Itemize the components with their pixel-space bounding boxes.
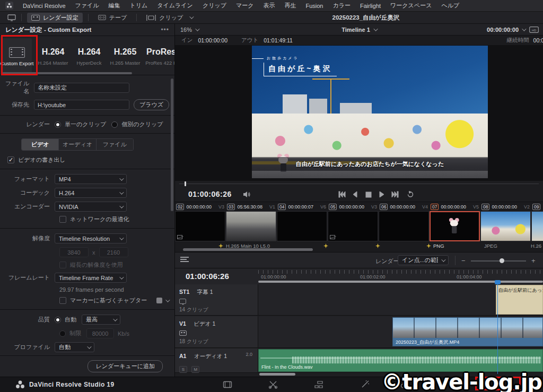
preset-h264-master[interactable]: H.264 H.264 Master [38,38,68,75]
mute-button[interactable]: M [191,366,199,373]
browse-button[interactable]: ブラウズ [134,99,169,110]
audio-clip[interactable]: Flint - In the Clouds.wav [258,349,543,372]
timeline-options-icon[interactable] [180,257,189,264]
skip-start-button[interactable] [338,191,346,198]
video-track-lane[interactable]: 20250223_自由が丘奥沢.MP4 [258,316,543,347]
menu-fairlight[interactable]: Fairlight [360,3,381,9]
clip-cell-02[interactable]: 0200:00:00:00V3 [175,202,225,241]
clip-cell-08[interactable]: 0800:00:00:00V2 [480,202,531,241]
filename-input[interactable] [34,83,129,93]
export-video-checkbox[interactable] [7,156,14,163]
clip-strip-scrollbar[interactable] [183,248,313,251]
format-dropdown[interactable]: MP4 [55,174,127,184]
play-button[interactable] [378,191,386,198]
subtitle-clip[interactable]: 自由が丘駅前にあったあの [496,285,543,315]
location-input[interactable] [34,100,129,110]
resolution-dropdown[interactable]: Timeline Resolution [55,233,127,243]
preset-prores[interactable]: ProRes ProRes 422 H [146,38,174,75]
presentation-icon[interactable] [7,14,16,21]
clip-cell-07-selected[interactable]: 0700:00:00:00V5 [430,202,480,241]
encoder-dropdown[interactable]: NVIDIA [55,202,127,212]
preset-scrollbar[interactable] [2,72,132,74]
skip-end-button[interactable] [391,191,399,198]
clip-cell-09[interactable]: 09 [531,202,543,241]
davinci-logo-icon[interactable] [5,2,13,10]
stop-button[interactable] [365,191,372,198]
jog-handle[interactable] [185,181,186,186]
clip-cell-06[interactable]: 0600:00:00:00V4 [379,202,429,241]
zoom-in-button[interactable]: + [531,257,536,265]
timeline-ruler[interactable]: 01:00:06:26 01:00:00:00 01:00:02:00 01:0… [175,268,543,284]
clip-cell-03[interactable]: 0305:56:30:08V1 [226,202,276,241]
timeline-zoom-handle[interactable] [500,258,504,263]
add-to-render-queue-button[interactable]: レンダーキューに追加 [87,360,163,372]
cut-page-icon[interactable] [268,380,278,389]
video-track-header[interactable]: V1 ビデオ 1 18 クリップ [175,316,258,347]
menu-app[interactable]: DaVinci Resolve [23,3,66,9]
edit-page-icon[interactable] [314,380,323,389]
panel-scrollbar[interactable] [171,79,173,211]
menu-color[interactable]: カラー [332,2,351,10]
single-clip-radio[interactable] [55,121,61,128]
subtitle-track-lane[interactable]: 自由が丘駅前にあったあの [258,284,543,315]
framerate-dropdown[interactable]: Timeline Frame Rate [55,273,127,283]
solo-button[interactable]: S [179,366,187,373]
preset-h265-master[interactable]: H.265 H.265 Master [110,38,140,75]
individual-clips-radio[interactable] [111,121,118,128]
menu-view[interactable]: 表示 [263,2,275,10]
preset-custom-export[interactable]: Custom Export [2,38,32,75]
clip-cell-05[interactable]: 0500:00:00:00V3 [328,202,378,241]
output-format-icon[interactable]: HD [529,27,539,33]
quality-auto-dropdown[interactable]: 最高 [82,315,120,325]
clip-thumbnail-selected[interactable] [430,211,480,241]
chapters-checkbox[interactable] [59,297,66,304]
clip-thumbnail[interactable] [226,211,276,241]
render-settings-button[interactable]: レンダー設定 [27,13,83,23]
quality-auto-radio[interactable] [55,317,61,323]
panel-options-button[interactable]: ••• [161,26,169,33]
chevron-down-icon[interactable] [165,298,170,302]
clip-thumbnail[interactable] [277,211,327,241]
menu-fusion[interactable]: Fusion [305,3,323,9]
tab-audio[interactable]: オーディオ [59,139,96,150]
playhead-marker[interactable] [495,280,501,284]
loop-button[interactable] [407,191,414,198]
tab-video[interactable]: ビデオ [22,139,59,150]
audio-track-header[interactable]: A1 オーディオ 1 2.0 S M [175,349,258,372]
speaker-icon[interactable] [243,191,250,198]
tracks-scrollbar[interactable] [259,373,295,376]
clip-thumbnail[interactable] [328,211,378,241]
menu-clip[interactable]: クリップ [203,2,226,10]
profile-dropdown[interactable]: 自動 [55,342,94,352]
clip-view-dropdown[interactable]: クリップ [142,13,197,23]
clip-thumbnail[interactable] [480,211,531,241]
marker-color-swatch[interactable] [156,298,162,303]
subtitle-track-header[interactable]: ST1 字幕 1 14 クリップ [175,284,258,315]
clip-cell-04[interactable]: 0400:00:00:07V6 [277,202,327,241]
codec-dropdown[interactable]: H.264 [55,188,127,198]
menu-file[interactable]: ファイル [75,2,99,10]
menu-edit[interactable]: 編集 [109,2,120,10]
clip-thumbnail[interactable] [531,211,543,241]
preset-hyperdeck[interactable]: H.264 HyperDeck [74,38,104,75]
fusion-page-icon[interactable] [361,380,370,389]
jog-bar[interactable] [175,181,543,187]
audio-track-lane[interactable]: Flint - In the Clouds.wav [258,349,543,372]
viewer-timecode[interactable]: 00:00:00:00 [487,27,519,33]
tape-button[interactable]: テープ [94,13,132,23]
video-clip[interactable]: 20250223_自由が丘奥沢.MP4 [392,317,543,346]
step-back-button[interactable] [352,191,359,198]
network-optimization-checkbox[interactable] [59,216,66,223]
menu-trim[interactable]: トリム [130,2,148,10]
timeline-zoom-slider[interactable] [471,260,526,262]
menu-help[interactable]: ヘルプ [441,2,459,10]
timeline-selector[interactable]: Timeline 1 [341,27,376,33]
menu-playback[interactable]: 再生 [284,2,296,10]
menu-workspace[interactable]: ワークスペース [390,2,432,10]
video-frame[interactable]: お散歩カメラ 自由が丘~奥沢 自由が丘駅前にあったあのお店たちが一気になくなった [252,46,488,178]
zoom-out-button[interactable]: − [461,257,466,265]
clip-thumbnail[interactable] [379,211,429,241]
viewer-zoom-dropdown[interactable]: 16% [180,27,192,33]
clip-thumbnail[interactable] [175,211,225,241]
tab-file[interactable]: ファイル [97,139,133,150]
